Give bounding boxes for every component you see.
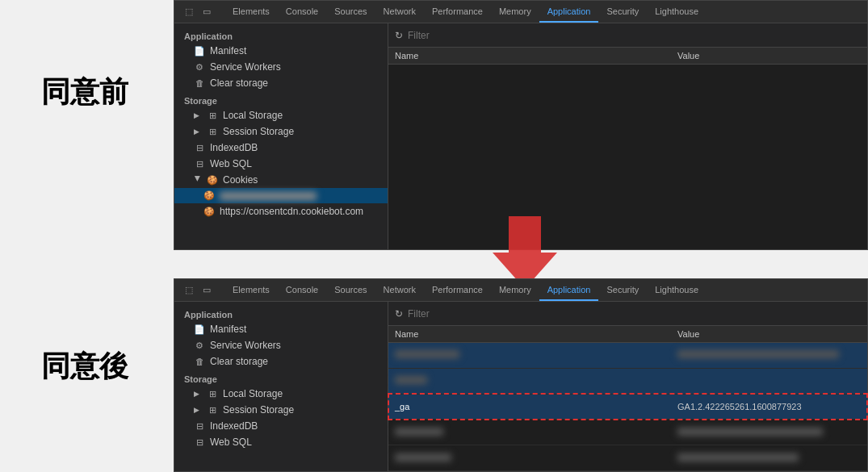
sidebar-session-storage-label-bottom: Session Storage xyxy=(223,404,294,416)
sidebar-top: Application 📄 Manifest ⚙ Service Workers… xyxy=(174,23,388,249)
devtools-panel-bottom: ⬚ ▭ Elements Console Sources Network Per… xyxy=(174,278,868,472)
sidebar-local-storage-bottom[interactable]: ▶ ⊞ Local Storage xyxy=(174,386,388,402)
cursor-icon[interactable]: ⬚ xyxy=(182,6,195,19)
tab-console-bottom[interactable]: Console xyxy=(278,279,326,301)
cell-name xyxy=(388,445,671,471)
tab-icons: ⬚ ▭ xyxy=(178,6,218,19)
sidebar-indexeddb-bottom[interactable]: ⊟ IndexedDB xyxy=(174,418,388,434)
tab-sources-bottom[interactable]: Sources xyxy=(326,279,375,301)
manifest-icon: 📄 xyxy=(194,46,205,56)
sidebar-indexeddb-label: IndexedDB xyxy=(210,142,258,153)
table-row[interactable] xyxy=(388,445,867,471)
local-storage-icon-bottom: ⊞ xyxy=(207,389,218,399)
sidebar-manifest-label: Manifest xyxy=(210,45,246,56)
sidebar-cookie-current[interactable]: 🍪 xyxy=(174,188,388,203)
tab-memory[interactable]: Memory xyxy=(491,1,539,23)
tab-lighthouse[interactable]: Lighthouse xyxy=(647,1,707,23)
sidebar-web-sql-bottom[interactable]: ⊟ Web SQL xyxy=(174,434,388,450)
sidebar-cookie-cookiebot-label: https://consentcdn.cookiebot.com xyxy=(220,206,363,217)
main-content-bottom: ↻ Name Value xyxy=(388,302,867,471)
application-section-header: Application xyxy=(174,27,388,43)
tab-elements-bottom[interactable]: Elements xyxy=(224,279,278,301)
web-sql-icon-bottom: ⊟ xyxy=(194,437,205,448)
sidebar-cookies[interactable]: ▶ 🍪 Cookies xyxy=(174,172,388,188)
cell-value xyxy=(671,368,867,394)
sidebar-clear-storage[interactable]: 🗑 Clear storage xyxy=(174,75,388,91)
sidebar-clear-storage-bottom[interactable]: 🗑 Clear storage xyxy=(174,353,388,370)
sidebar-service-workers-label-bottom: Service Workers xyxy=(210,340,281,351)
table-row[interactable] xyxy=(388,420,867,445)
sidebar-service-workers[interactable]: ⚙ Service Workers xyxy=(174,59,388,75)
device-icon[interactable]: ▭ xyxy=(200,6,213,19)
sidebar-web-sql[interactable]: ⊟ Web SQL xyxy=(174,156,388,172)
tab-sources[interactable]: Sources xyxy=(326,1,375,23)
tab-console[interactable]: Console xyxy=(278,1,326,23)
storage-section-header-bottom: Storage xyxy=(174,370,388,386)
sidebar-cookie-cookiebot[interactable]: 🍪 https://consentcdn.cookiebot.com xyxy=(174,203,388,219)
tab-security[interactable]: Security xyxy=(598,1,647,23)
refresh-icon[interactable]: ↻ xyxy=(395,30,403,41)
table-row-ga[interactable]: _ga GA1.2.422265261.1600877923 xyxy=(388,394,867,420)
session-storage-icon-bottom: ⊞ xyxy=(207,405,218,416)
indexeddb-icon: ⊟ xyxy=(194,143,205,153)
device-icon-bottom[interactable]: ▭ xyxy=(200,284,213,297)
sidebar-clear-storage-label-bottom: Clear storage xyxy=(210,356,268,367)
cookies-icon: 🍪 xyxy=(207,175,218,186)
filter-input-bottom[interactable] xyxy=(408,308,861,320)
col-header-value-bottom: Value xyxy=(671,326,867,343)
local-storage-icon: ⊞ xyxy=(207,111,218,121)
table-row[interactable] xyxy=(388,368,867,394)
indexeddb-icon-bottom: ⊟ xyxy=(194,421,205,432)
tab-application-bottom[interactable]: Application xyxy=(539,279,599,301)
tab-network-bottom[interactable]: Network xyxy=(375,279,424,301)
sidebar-manifest-bottom[interactable]: 📄 Manifest xyxy=(174,321,388,337)
sidebar-local-storage-label-bottom: Local Storage xyxy=(223,388,283,399)
tab-memory-bottom[interactable]: Memory xyxy=(491,279,539,301)
sidebar-local-storage[interactable]: ▶ ⊞ Local Storage xyxy=(174,107,388,123)
cookie-current-icon: 🍪 xyxy=(203,190,215,201)
sidebar-local-storage-label: Local Storage xyxy=(223,110,283,121)
sidebar-session-storage-label: Session Storage xyxy=(223,126,294,137)
cookies-arrow: ▶ xyxy=(194,176,202,184)
sidebar-service-workers-bottom[interactable]: ⚙ Service Workers xyxy=(174,337,388,353)
tabs-bar-bottom: ⬚ ▭ Elements Console Sources Network Per… xyxy=(174,279,867,302)
tab-network[interactable]: Network xyxy=(375,1,424,23)
sidebar-manifest[interactable]: 📄 Manifest xyxy=(174,43,388,59)
sidebar-session-storage-bottom[interactable]: ▶ ⊞ Session Storage xyxy=(174,402,388,418)
sidebar-indexeddb[interactable]: ⊟ IndexedDB xyxy=(174,140,388,156)
tab-elements[interactable]: Elements xyxy=(224,1,278,23)
tab-performance-bottom[interactable]: Performance xyxy=(424,279,491,301)
service-workers-icon-bottom: ⚙ xyxy=(194,340,205,351)
cookies-table-bottom: Name Value xyxy=(388,326,867,471)
devtools-panel-top: ⬚ ▭ Elements Console Sources Network Per… xyxy=(174,0,868,250)
session-storage-icon: ⊞ xyxy=(207,127,218,137)
cursor-icon-bottom[interactable]: ⬚ xyxy=(182,284,195,297)
col-header-value: Value xyxy=(671,48,867,65)
tab-application[interactable]: Application xyxy=(539,1,599,23)
clear-storage-icon: 🗑 xyxy=(194,78,205,88)
filter-bar-bottom: ↻ xyxy=(388,302,867,326)
tab-performance[interactable]: Performance xyxy=(424,1,491,23)
tab-lighthouse-bottom[interactable]: Lighthouse xyxy=(647,279,707,301)
devtools-body-top: Application 📄 Manifest ⚙ Service Workers… xyxy=(174,23,867,249)
clear-storage-icon-bottom: 🗑 xyxy=(194,357,205,366)
sidebar-manifest-label-bottom: Manifest xyxy=(210,324,246,335)
tab-security-bottom[interactable]: Security xyxy=(598,279,647,301)
main-content-top: ↻ Name Value xyxy=(388,23,867,249)
web-sql-icon: ⊟ xyxy=(194,159,205,169)
cell-name xyxy=(388,420,671,445)
sidebar-web-sql-label-bottom: Web SQL xyxy=(210,436,252,448)
filter-input-top[interactable] xyxy=(408,30,861,41)
table-row[interactable] xyxy=(388,343,867,369)
refresh-icon-bottom[interactable]: ↻ xyxy=(395,308,403,320)
sidebar-cookie-current-label xyxy=(220,192,317,200)
tab-icons-bottom: ⬚ ▭ xyxy=(178,284,218,297)
cell-name-ga: _ga xyxy=(388,394,671,420)
cell-value xyxy=(671,343,867,369)
sidebar-web-sql-label: Web SQL xyxy=(210,158,252,169)
cookies-table-top: Name Value xyxy=(388,48,867,249)
sidebar-session-storage[interactable]: ▶ ⊞ Session Storage xyxy=(174,123,388,140)
label-before: 同意前 xyxy=(0,73,170,112)
filter-bar-top: ↻ xyxy=(388,23,867,48)
cell-name xyxy=(388,368,671,394)
